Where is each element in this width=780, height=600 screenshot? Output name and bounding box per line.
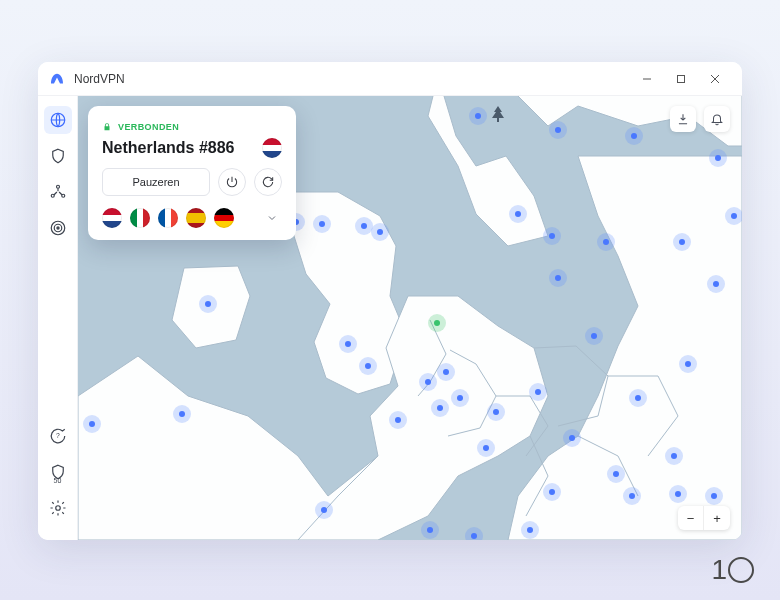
recent-flag-es[interactable] [186,208,206,228]
server-dot[interactable] [705,487,723,505]
server-dot[interactable] [199,295,217,313]
recent-flag-it[interactable] [130,208,150,228]
app-window: NordVPN ? [38,62,742,540]
server-dot[interactable] [669,485,687,503]
recent-countries-row [102,208,282,228]
svg-point-12 [55,506,60,511]
tree-marker-icon [491,106,505,126]
server-dot[interactable] [543,483,561,501]
speed-badge-value: 50 [54,477,62,484]
bell-icon[interactable] [704,106,730,132]
sidebar: ? 50 [38,96,78,540]
server-dot[interactable] [437,363,455,381]
server-dot[interactable] [419,373,437,391]
svg-text:?: ? [56,432,60,439]
server-dot[interactable] [487,403,505,421]
zero-icon [728,557,754,583]
titlebar: NordVPN [38,62,742,96]
svg-point-10 [56,227,58,229]
server-dot[interactable] [597,233,615,251]
minimize-button[interactable] [630,62,664,96]
server-dot[interactable] [477,439,495,457]
recent-flag-de[interactable] [214,208,234,228]
server-dot[interactable] [313,215,331,233]
server-dot[interactable] [371,223,389,241]
zoom-in-button[interactable]: + [704,506,730,530]
server-dot[interactable] [585,327,603,345]
nordvpn-logo-icon [48,70,66,88]
server-dot[interactable] [679,355,697,373]
server-dot[interactable] [543,227,561,245]
status-label: VERBONDEN [118,122,179,132]
maximize-button[interactable] [664,62,698,96]
connection-card: VERBONDEN Netherlands #886 Pauzeren [88,106,296,240]
server-dot[interactable] [563,429,581,447]
server-dot[interactable] [431,399,449,417]
window-title: NordVPN [74,72,630,86]
server-dot[interactable] [629,389,647,407]
server-dot[interactable] [421,521,439,539]
sidebar-mesh-icon[interactable] [44,178,72,206]
zoom-control: − + [678,506,730,530]
server-dot[interactable] [709,149,727,167]
sidebar-globe-icon[interactable] [44,106,72,134]
server-dot[interactable] [451,389,469,407]
flag-nl-icon [262,138,282,158]
server-dot[interactable] [529,383,547,401]
server-dot[interactable] [521,521,539,539]
server-dot[interactable] [315,501,333,519]
server-dot[interactable] [359,357,377,375]
sidebar-settings-icon[interactable] [44,494,72,522]
download-icon[interactable] [670,106,696,132]
refresh-button[interactable] [254,168,282,196]
server-dot[interactable] [625,127,643,145]
svg-point-5 [56,185,59,188]
server-dot[interactable] [549,269,567,287]
server-dot[interactable] [549,121,567,139]
server-dot[interactable] [673,233,691,251]
close-button[interactable] [698,62,732,96]
svg-rect-1 [678,75,685,82]
zoom-out-button[interactable]: − [678,506,704,530]
recent-flag-fr[interactable] [158,208,178,228]
server-dot[interactable] [173,405,191,423]
chevron-down-icon[interactable] [262,208,282,228]
server-dot[interactable] [83,415,101,433]
sidebar-shield-icon[interactable] [44,142,72,170]
server-dot[interactable] [707,275,725,293]
server-dot[interactable] [469,107,487,125]
server-dot[interactable] [665,447,683,465]
server-dot[interactable] [465,527,483,540]
server-dot[interactable] [607,465,625,483]
map[interactable]: − + VERBONDEN Netherlands #886 Pauzeren [78,96,742,540]
sidebar-radar-icon[interactable] [44,214,72,242]
server-name: Netherlands #886 [102,139,235,157]
pause-button[interactable]: Pauzeren [102,168,210,196]
server-dot-connected[interactable] [428,314,446,332]
sidebar-speed-shield-icon[interactable]: 50 [44,458,72,486]
page-brand: 1 [711,554,754,586]
server-dot[interactable] [389,411,407,429]
lock-icon [102,118,112,136]
server-dot[interactable] [509,205,527,223]
server-dot[interactable] [623,487,641,505]
server-dot[interactable] [339,335,357,353]
recent-flag-nl[interactable] [102,208,122,228]
server-dot[interactable] [725,207,742,225]
power-button[interactable] [218,168,246,196]
sidebar-help-icon[interactable]: ? [44,422,72,450]
